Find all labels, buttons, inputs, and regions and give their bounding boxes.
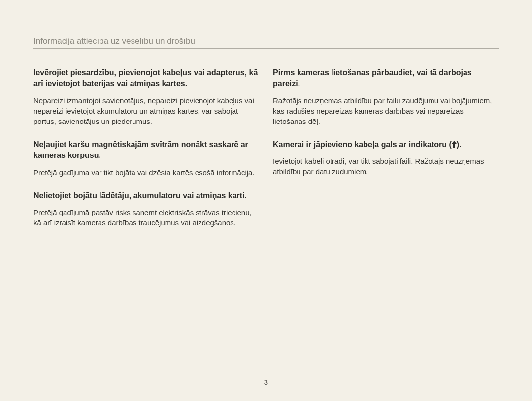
section-body: Pretējā gadījumā pastāv risks saņemt ele… [33, 207, 259, 228]
right-column: Pirms kameras lietošanas pārbaudiet, vai… [273, 67, 499, 241]
section-heading: Neļaujiet karšu magnētiskajām svītrām no… [33, 139, 259, 161]
section-heading: Nelietojiet bojātu lādētāju, akumulatoru… [33, 190, 259, 201]
section-body: Ražotājs neuzņemas atbildību par failu z… [273, 95, 499, 126]
section-4: Pirms kameras lietošanas pārbaudiet, vai… [273, 67, 499, 126]
content-area: Ievērojiet piesardzību, pievienojot kabe… [33, 67, 499, 241]
page-number: 3 [264, 378, 268, 386]
section-2: Neļaujiet karšu magnētiskajām svītrām no… [33, 139, 259, 178]
section-body: Ievietojot kabeli otrādi, var tikt saboj… [273, 156, 499, 177]
section-heading: Ievērojiet piesardzību, pievienojot kabe… [33, 67, 259, 90]
section-heading: Pirms kameras lietošanas pārbaudiet, vai… [273, 67, 499, 90]
heading-prefix: Kamerai ir jāpievieno kabeļa gals ar ind… [273, 140, 452, 149]
section-body: Pretējā gadījuma var tikt bojāta vai dzē… [33, 167, 259, 178]
heading-suffix: ). [457, 140, 462, 149]
up-arrow-icon [452, 139, 457, 150]
page-header-title: Informācija attiecībā uz veselību un dro… [33, 36, 499, 49]
section-5: Kamerai ir jāpievieno kabeļa gals ar ind… [273, 139, 499, 177]
section-heading: Kamerai ir jāpievieno kabeļa gals ar ind… [273, 139, 499, 150]
left-column: Ievērojiet piesardzību, pievienojot kabe… [33, 67, 259, 241]
section-1: Ievērojiet piesardzību, pievienojot kabe… [33, 67, 259, 126]
section-3: Nelietojiet bojātu lādētāju, akumulatoru… [33, 190, 259, 228]
section-body: Nepareizi izmantojot savienotājus, nepar… [33, 95, 259, 126]
